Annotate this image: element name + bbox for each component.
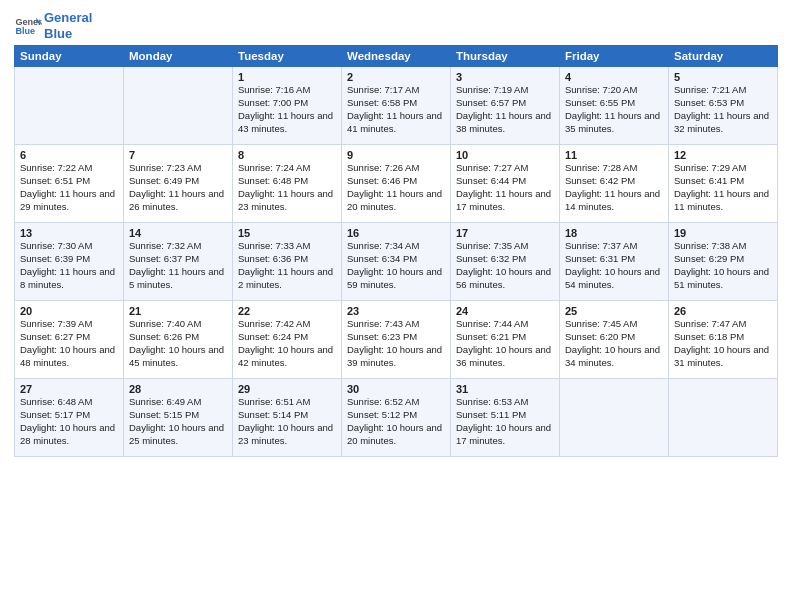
weekday-header-friday: Friday — [560, 46, 669, 67]
calendar-week-1: 1 Sunrise: 7:16 AM Sunset: 7:00 PM Dayli… — [15, 67, 778, 145]
calendar-table: SundayMondayTuesdayWednesdayThursdayFrid… — [14, 45, 778, 457]
sunrise-text: Sunrise: 7:45 AM — [565, 318, 663, 331]
calendar-cell: 4 Sunrise: 7:20 AM Sunset: 6:55 PM Dayli… — [560, 67, 669, 145]
calendar-container: General Blue GeneralBlue SundayMondayTue… — [0, 0, 792, 463]
daylight-text: Daylight: 10 hours and 34 minutes. — [565, 344, 663, 370]
daylight-text: Daylight: 10 hours and 45 minutes. — [129, 344, 227, 370]
daylight-text: Daylight: 11 hours and 2 minutes. — [238, 266, 336, 292]
calendar-cell: 31 Sunrise: 6:53 AM Sunset: 5:11 PM Dayl… — [451, 379, 560, 457]
daylight-text: Daylight: 10 hours and 42 minutes. — [238, 344, 336, 370]
daylight-text: Daylight: 10 hours and 23 minutes. — [238, 422, 336, 448]
daylight-text: Daylight: 11 hours and 26 minutes. — [129, 188, 227, 214]
sunset-text: Sunset: 6:58 PM — [347, 97, 445, 110]
sunset-text: Sunset: 6:18 PM — [674, 331, 772, 344]
sunset-text: Sunset: 5:11 PM — [456, 409, 554, 422]
sunset-text: Sunset: 6:24 PM — [238, 331, 336, 344]
calendar-cell: 30 Sunrise: 6:52 AM Sunset: 5:12 PM Dayl… — [342, 379, 451, 457]
sunset-text: Sunset: 6:57 PM — [456, 97, 554, 110]
calendar-cell — [124, 67, 233, 145]
day-number: 15 — [238, 227, 336, 239]
daylight-text: Daylight: 10 hours and 31 minutes. — [674, 344, 772, 370]
weekday-header-saturday: Saturday — [669, 46, 778, 67]
daylight-text: Daylight: 10 hours and 59 minutes. — [347, 266, 445, 292]
weekday-header-thursday: Thursday — [451, 46, 560, 67]
daylight-text: Daylight: 11 hours and 29 minutes. — [20, 188, 118, 214]
sunrise-text: Sunrise: 6:52 AM — [347, 396, 445, 409]
svg-text:Blue: Blue — [15, 26, 35, 36]
calendar-cell: 26 Sunrise: 7:47 AM Sunset: 6:18 PM Dayl… — [669, 301, 778, 379]
sunset-text: Sunset: 6:42 PM — [565, 175, 663, 188]
daylight-text: Daylight: 11 hours and 17 minutes. — [456, 188, 554, 214]
sunrise-text: Sunrise: 7:32 AM — [129, 240, 227, 253]
calendar-cell: 22 Sunrise: 7:42 AM Sunset: 6:24 PM Dayl… — [233, 301, 342, 379]
calendar-cell: 8 Sunrise: 7:24 AM Sunset: 6:48 PM Dayli… — [233, 145, 342, 223]
calendar-cell: 2 Sunrise: 7:17 AM Sunset: 6:58 PM Dayli… — [342, 67, 451, 145]
calendar-cell: 1 Sunrise: 7:16 AM Sunset: 7:00 PM Dayli… — [233, 67, 342, 145]
calendar-week-3: 13 Sunrise: 7:30 AM Sunset: 6:39 PM Dayl… — [15, 223, 778, 301]
day-number: 19 — [674, 227, 772, 239]
calendar-cell: 9 Sunrise: 7:26 AM Sunset: 6:46 PM Dayli… — [342, 145, 451, 223]
sunrise-text: Sunrise: 7:23 AM — [129, 162, 227, 175]
day-number: 22 — [238, 305, 336, 317]
daylight-text: Daylight: 11 hours and 35 minutes. — [565, 110, 663, 136]
calendar-cell: 18 Sunrise: 7:37 AM Sunset: 6:31 PM Dayl… — [560, 223, 669, 301]
sunset-text: Sunset: 6:26 PM — [129, 331, 227, 344]
calendar-cell: 13 Sunrise: 7:30 AM Sunset: 6:39 PM Dayl… — [15, 223, 124, 301]
day-number: 28 — [129, 383, 227, 395]
daylight-text: Daylight: 11 hours and 20 minutes. — [347, 188, 445, 214]
sunrise-text: Sunrise: 7:21 AM — [674, 84, 772, 97]
sunset-text: Sunset: 6:34 PM — [347, 253, 445, 266]
sunrise-text: Sunrise: 7:47 AM — [674, 318, 772, 331]
sunset-text: Sunset: 5:14 PM — [238, 409, 336, 422]
day-number: 4 — [565, 71, 663, 83]
calendar-week-5: 27 Sunrise: 6:48 AM Sunset: 5:17 PM Dayl… — [15, 379, 778, 457]
calendar-week-4: 20 Sunrise: 7:39 AM Sunset: 6:27 PM Dayl… — [15, 301, 778, 379]
sunset-text: Sunset: 6:32 PM — [456, 253, 554, 266]
daylight-text: Daylight: 10 hours and 20 minutes. — [347, 422, 445, 448]
sunrise-text: Sunrise: 7:26 AM — [347, 162, 445, 175]
sunset-text: Sunset: 6:20 PM — [565, 331, 663, 344]
daylight-text: Daylight: 11 hours and 11 minutes. — [674, 188, 772, 214]
daylight-text: Daylight: 11 hours and 41 minutes. — [347, 110, 445, 136]
sunrise-text: Sunrise: 7:40 AM — [129, 318, 227, 331]
sunrise-text: Sunrise: 7:42 AM — [238, 318, 336, 331]
sunrise-text: Sunrise: 7:22 AM — [20, 162, 118, 175]
calendar-cell — [560, 379, 669, 457]
sunset-text: Sunset: 6:21 PM — [456, 331, 554, 344]
daylight-text: Daylight: 10 hours and 51 minutes. — [674, 266, 772, 292]
daylight-text: Daylight: 10 hours and 36 minutes. — [456, 344, 554, 370]
daylight-text: Daylight: 10 hours and 28 minutes. — [20, 422, 118, 448]
sunset-text: Sunset: 6:27 PM — [20, 331, 118, 344]
weekday-header-monday: Monday — [124, 46, 233, 67]
sunrise-text: Sunrise: 7:34 AM — [347, 240, 445, 253]
day-number: 16 — [347, 227, 445, 239]
sunrise-text: Sunrise: 6:48 AM — [20, 396, 118, 409]
sunrise-text: Sunrise: 7:35 AM — [456, 240, 554, 253]
sunset-text: Sunset: 6:29 PM — [674, 253, 772, 266]
calendar-cell: 29 Sunrise: 6:51 AM Sunset: 5:14 PM Dayl… — [233, 379, 342, 457]
calendar-cell: 19 Sunrise: 7:38 AM Sunset: 6:29 PM Dayl… — [669, 223, 778, 301]
logo-text: GeneralBlue — [44, 10, 92, 41]
sunrise-text: Sunrise: 7:17 AM — [347, 84, 445, 97]
daylight-text: Daylight: 10 hours and 39 minutes. — [347, 344, 445, 370]
sunrise-text: Sunrise: 7:38 AM — [674, 240, 772, 253]
calendar-cell: 3 Sunrise: 7:19 AM Sunset: 6:57 PM Dayli… — [451, 67, 560, 145]
logo: General Blue GeneralBlue — [14, 10, 92, 41]
day-number: 21 — [129, 305, 227, 317]
daylight-text: Daylight: 11 hours and 23 minutes. — [238, 188, 336, 214]
sunrise-text: Sunrise: 6:51 AM — [238, 396, 336, 409]
day-number: 29 — [238, 383, 336, 395]
sunrise-text: Sunrise: 6:53 AM — [456, 396, 554, 409]
daylight-text: Daylight: 10 hours and 48 minutes. — [20, 344, 118, 370]
calendar-cell: 27 Sunrise: 6:48 AM Sunset: 5:17 PM Dayl… — [15, 379, 124, 457]
sunset-text: Sunset: 6:44 PM — [456, 175, 554, 188]
sunrise-text: Sunrise: 7:30 AM — [20, 240, 118, 253]
day-number: 27 — [20, 383, 118, 395]
sunset-text: Sunset: 6:37 PM — [129, 253, 227, 266]
day-number: 10 — [456, 149, 554, 161]
daylight-text: Daylight: 10 hours and 25 minutes. — [129, 422, 227, 448]
calendar-cell: 20 Sunrise: 7:39 AM Sunset: 6:27 PM Dayl… — [15, 301, 124, 379]
calendar-cell: 21 Sunrise: 7:40 AM Sunset: 6:26 PM Dayl… — [124, 301, 233, 379]
sunset-text: Sunset: 7:00 PM — [238, 97, 336, 110]
day-number: 18 — [565, 227, 663, 239]
